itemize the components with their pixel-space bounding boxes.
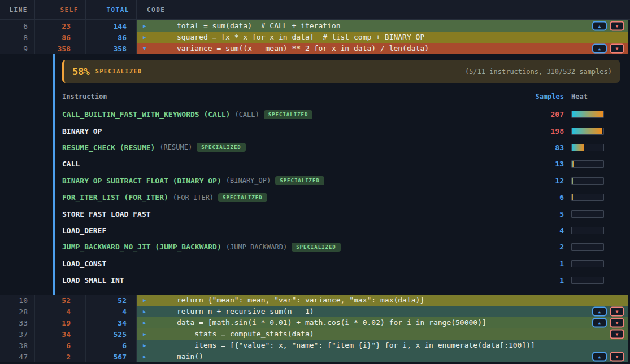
- code-heat-band[interactable]: ▶ return {"mean": mean, "var": variance,…: [137, 295, 628, 306]
- instruction-row: FOR_ITER_LIST (FOR_ITER)(FOR_ITER)SPECIA…: [62, 189, 620, 205]
- heat-bar-fill: [572, 144, 584, 151]
- self-samples: 19: [35, 317, 86, 328]
- self-samples: 358: [35, 43, 86, 54]
- code-text: squared = [x * x for x in data] # list c…: [137, 32, 424, 43]
- heat-bar-fill: [572, 194, 573, 200]
- total-samples: 144: [86, 20, 137, 32]
- line-number: 6: [0, 20, 35, 32]
- heat-bar: [571, 144, 604, 151]
- code-line-row: 3866▶ items = [{"value": x, "name": f"it…: [0, 340, 630, 351]
- instruction-row: STORE_FAST_LOAD_FAST5: [62, 205, 620, 222]
- instruction-row: LOAD_CONST1: [62, 256, 620, 272]
- self-samples: 23: [35, 20, 86, 32]
- samples-column-header[interactable]: Samples: [532, 93, 564, 100]
- opcode-base-name: (FOR_ITER): [173, 194, 214, 201]
- jump-up-button[interactable]: ▲: [592, 307, 607, 317]
- code-text: data = [math.sin(i * 0.01) + math.cos(i …: [137, 317, 486, 328]
- instruction-row: RESUME_CHECK (RESUME)(RESUME)SPECIALIZED…: [62, 139, 620, 156]
- heat-bar: [571, 111, 604, 118]
- instruction-name-group: LOAD_DEREF: [62, 226, 532, 235]
- specialized-badge: SPECIALIZED: [197, 143, 246, 152]
- self-samples: 2: [35, 351, 86, 362]
- code-heat-band[interactable]: ▶ squared = [x * x for x in data] # list…: [137, 32, 628, 43]
- instruction-row: LOAD_DEREF4: [62, 222, 620, 239]
- line-number: 47: [0, 351, 35, 362]
- heat-column-header: Heat: [571, 93, 604, 100]
- row-nav-buttons: ▲▼: [592, 44, 624, 54]
- expand-icon[interactable]: ▶: [143, 309, 146, 314]
- instruction-name-group: CALL: [62, 160, 532, 168]
- code-line-row: 2844▶ return n + recursive_sum(n - 1)▲▼: [0, 306, 630, 317]
- code-text: main(): [137, 351, 203, 362]
- jump-up-button[interactable]: ▲: [592, 352, 607, 362]
- jump-down-button[interactable]: ▼: [610, 307, 624, 317]
- code-text: stats = compute_stats(data): [137, 328, 314, 340]
- code-heat-band[interactable]: ▶ data = [math.sin(i * 0.01) + math.cos(…: [137, 317, 628, 328]
- instruction-name-group: BINARY_OP_SUBTRACT_FLOAT (BINARY_OP)(BIN…: [62, 176, 532, 185]
- samples-value: 1: [532, 276, 564, 284]
- code-line-row: 472567▶ main()▲▼: [0, 351, 630, 362]
- instruction-name-group: LOAD_SMALL_INT: [62, 276, 532, 284]
- heat-bar-fill: [572, 227, 572, 234]
- code-heat-band[interactable]: ▶ stats = compute_stats(data)▼: [137, 328, 628, 340]
- code-heat-band[interactable]: ▶ return n + recursive_sum(n - 1)▲▼: [137, 306, 628, 317]
- total-samples: 567: [86, 351, 137, 362]
- code-line-row: 9358358▼ variance = sum((x - mean) ** 2 …: [0, 43, 630, 54]
- jump-up-button[interactable]: ▲: [592, 318, 607, 328]
- line-number: 33: [0, 317, 35, 328]
- opcode-name: FOR_ITER_LIST (FOR_ITER): [62, 193, 168, 201]
- row-nav-buttons: ▲▼: [592, 307, 624, 317]
- specialized-label: SPECIALIZED: [95, 68, 142, 74]
- jump-down-button[interactable]: ▼: [610, 44, 624, 54]
- total-samples: 358: [86, 43, 137, 54]
- collapse-icon[interactable]: ▼: [143, 46, 146, 51]
- expand-icon[interactable]: ▶: [143, 354, 146, 359]
- code-heat-band[interactable]: ▶ items = [{"value": x, "name": f"item_{…: [137, 340, 628, 351]
- specialized-badge: SPECIALIZED: [264, 110, 313, 119]
- line-number: 9: [0, 43, 35, 54]
- samples-value: 198: [532, 127, 564, 135]
- jump-up-button[interactable]: ▲: [592, 21, 607, 31]
- column-header-line: LINE: [0, 0, 35, 19]
- opcode-name: RESUME_CHECK (RESUME): [62, 143, 155, 152]
- instruction-row: BINARY_OP_SUBTRACT_FLOAT (BINARY_OP)(BIN…: [62, 173, 620, 189]
- specialized-badge: SPECIALIZED: [292, 243, 341, 252]
- samples-value: 6: [532, 193, 564, 201]
- total-samples: 525: [86, 328, 137, 340]
- code-line-row: 88686▶ squared = [x * x for x in data] #…: [0, 32, 630, 43]
- opcode-base-name: (BINARY_OP): [226, 177, 271, 185]
- opcode-name: BINARY_OP: [62, 127, 102, 135]
- instruction-row: CALL13: [62, 156, 620, 172]
- instruction-row: JUMP_BACKWARD_NO_JIT (JUMP_BACKWARD)(JUM…: [62, 239, 620, 255]
- expand-icon[interactable]: ▶: [143, 24, 146, 29]
- self-samples: 6: [35, 340, 86, 351]
- self-samples: 86: [35, 32, 86, 43]
- samples-value: 5: [532, 210, 564, 218]
- jump-down-button[interactable]: ▼: [610, 330, 624, 339]
- table-header: LINE SELF TOTAL CODE: [0, 0, 630, 20]
- code-heat-band[interactable]: ▶ main()▲▼: [137, 351, 628, 362]
- code-heat-band[interactable]: ▶ total = sum(data) # CALL + iteration▲▼: [137, 20, 628, 32]
- total-samples: 4: [86, 306, 137, 317]
- samples-value: 13: [532, 160, 564, 168]
- instruction-row: LOAD_SMALL_INT1: [62, 272, 620, 288]
- jump-down-button[interactable]: ▼: [610, 21, 624, 31]
- expand-icon[interactable]: ▶: [143, 321, 146, 326]
- expand-icon[interactable]: ▶: [143, 298, 146, 303]
- row-nav-buttons: ▲▼: [592, 352, 624, 362]
- line-number: 8: [0, 32, 35, 43]
- code-heat-band[interactable]: ▼ variance = sum((x - mean) ** 2 for x i…: [137, 43, 628, 54]
- line-number: 28: [0, 306, 35, 317]
- jump-down-button[interactable]: ▼: [610, 318, 624, 328]
- opcode-name: CALL: [62, 160, 80, 168]
- instruction-name-group: FOR_ITER_LIST (FOR_ITER)(FOR_ITER)SPECIA…: [62, 193, 532, 202]
- opcode-base-name: (RESUME): [159, 143, 192, 151]
- expand-icon[interactable]: ▶: [143, 343, 146, 348]
- jump-up-button[interactable]: ▲: [592, 44, 607, 54]
- expand-icon[interactable]: ▶: [143, 35, 146, 40]
- instruction-rows: CALL_BUILTIN_FAST_WITH_KEYWORDS (CALL)(C…: [62, 106, 620, 288]
- code-line-row: 105252▶ return {"mean": mean, "var": var…: [0, 295, 630, 306]
- jump-down-button[interactable]: ▼: [610, 352, 624, 362]
- samples-value: 83: [532, 143, 564, 152]
- expand-icon[interactable]: ▶: [143, 332, 146, 337]
